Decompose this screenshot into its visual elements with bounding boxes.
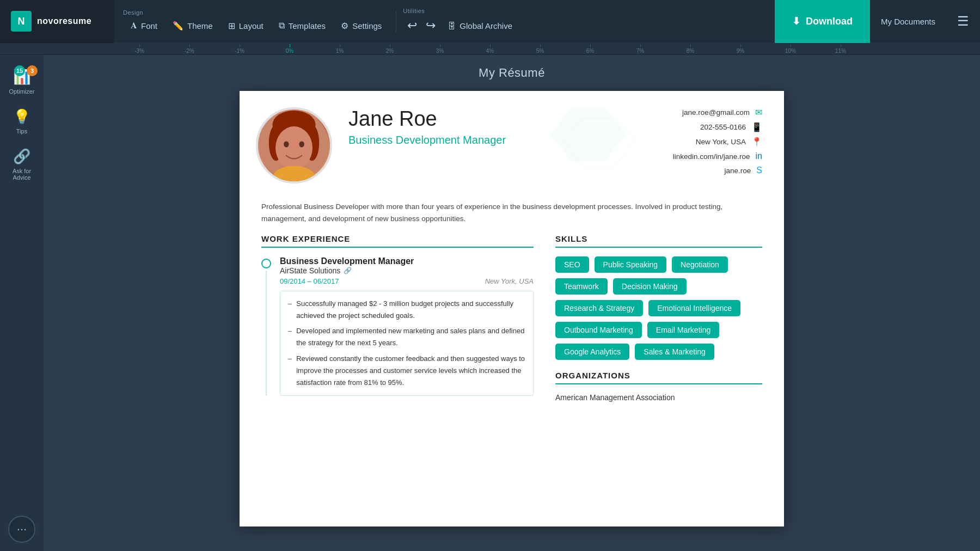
- skill-teamwork: Teamwork: [555, 278, 608, 295]
- layout-label: Layout: [239, 21, 264, 30]
- settings-icon: ⚙: [341, 21, 348, 31]
- sidebar-item-optimizer[interactable]: 15 3 📊 Optimizer: [3, 63, 41, 100]
- ruler-mark: 5%: [515, 44, 565, 54]
- skype-value: jane.roe: [725, 167, 751, 175]
- work-timeline: [261, 256, 271, 396]
- phone-value: 202-555-0166: [700, 123, 746, 131]
- skill-email: Email Marketing: [647, 322, 719, 338]
- bullet-text: Developed and implemented new marketing …: [296, 325, 525, 349]
- settings-label: Settings: [352, 21, 382, 30]
- layout-icon: ⊞: [228, 21, 235, 31]
- theme-nav-item[interactable]: ✏️ Theme: [165, 18, 220, 34]
- ruler-mark: 7%: [615, 44, 665, 54]
- skill-public-speaking: Public Speaking: [595, 256, 666, 273]
- archive-icon: 🗄: [448, 21, 456, 30]
- skill-tags: SEO Public Speaking Negotiation Teamwork…: [555, 256, 762, 360]
- top-navigation: N novoresume Design 𝐀 Font ✏️ Theme ⊞ La…: [0, 0, 980, 43]
- skype-icon: S: [756, 166, 762, 175]
- svg-point-7: [284, 141, 289, 147]
- avatar: [256, 107, 332, 183]
- ruler-mark: 3%: [415, 44, 465, 54]
- location-value: New York, USA: [696, 138, 746, 146]
- chat-icon: ···: [17, 522, 27, 536]
- bullet-3: – Reviewed constantly the customer feedb…: [288, 353, 525, 389]
- chat-button[interactable]: ···: [8, 516, 35, 543]
- tips-icon: 💡: [13, 108, 30, 125]
- theme-label: Theme: [187, 21, 213, 30]
- skill-sales: Sales & Marketing: [635, 344, 714, 360]
- font-nav-item[interactable]: 𝐀 Font: [123, 18, 165, 33]
- nav-groups: Design 𝐀 Font ✏️ Theme ⊞ Layout ⧉ Templa…: [114, 8, 775, 35]
- optimizer-label: Optimizer: [9, 88, 34, 95]
- timeline-line: [266, 271, 267, 396]
- bullet-2: – Developed and implemented new marketin…: [288, 325, 525, 349]
- work-content: Business Development Manager AirState So…: [280, 256, 534, 396]
- skill-negotiation: Negotiation: [672, 256, 728, 273]
- skill-seo: SEO: [555, 256, 589, 273]
- ruler: -3% -2% -1% 0% 1% 2% 3% 4% 5% 6% 7% 8% 9…: [0, 43, 980, 55]
- undo-button[interactable]: ↩: [403, 16, 421, 35]
- company-name: AirState Solutions 🔗: [280, 266, 534, 275]
- resume-contacts: jane.roe@gmail.com ✉ 202-555-0166 📱 New …: [621, 107, 762, 175]
- work-entry: Business Development Manager AirState So…: [261, 256, 534, 396]
- ruler-mark: -2%: [164, 44, 215, 54]
- resume-page-title: My Résumé: [479, 66, 545, 80]
- canvas-area: My Résumé: [44, 55, 980, 551]
- sidebar-item-advice[interactable]: 🔗 Ask for Advice: [3, 143, 41, 186]
- ruler-mark: -1%: [215, 44, 265, 54]
- location-row: New York, USA 📍: [696, 137, 762, 147]
- redo-button[interactable]: ↪: [421, 16, 440, 35]
- skills-section-title: SKILLS: [555, 234, 762, 248]
- ruler-mark: 8%: [665, 44, 715, 54]
- email-value: jane.roe@gmail.com: [682, 108, 750, 117]
- global-archive-button[interactable]: 🗄 Global Archive: [440, 19, 520, 33]
- bullet-dash: –: [288, 298, 292, 322]
- work-dates: 09/2014 – 06/2017 New York, USA: [280, 277, 534, 285]
- ruler-mark: -3%: [114, 44, 164, 54]
- download-button[interactable]: ⬇ Download: [775, 0, 870, 43]
- org-section-title: ORGANIZATIONS: [555, 371, 762, 384]
- advice-label: Ask for Advice: [7, 168, 36, 181]
- badge-teal: 15: [14, 65, 25, 76]
- ruler-mark: 2%: [365, 44, 415, 54]
- ruler-mark: 10%: [765, 44, 816, 54]
- settings-nav-item[interactable]: ⚙ Settings: [333, 18, 389, 34]
- logo-symbol: N: [18, 16, 25, 27]
- linkedin-icon: in: [756, 151, 762, 161]
- badge-group: 15 3: [14, 65, 38, 76]
- linkedin-row: linkedin.com/in/jane.roe in: [673, 151, 762, 161]
- my-documents-button[interactable]: My Documents: [870, 17, 946, 26]
- email-icon: ✉: [755, 107, 762, 118]
- work-bullets: – Successfully managed $2 - 3 million bu…: [280, 291, 534, 396]
- ruler-mark: 4%: [465, 44, 515, 54]
- nav-divider: [396, 10, 396, 32]
- name-title-area: Jane Roe Business Development Manager: [348, 107, 621, 146]
- resume-right-column: SKILLS SEO Public Speaking Negotiation T…: [544, 234, 784, 406]
- resume-left-column: WORK EXPERIENCE Business Development Man…: [240, 234, 544, 406]
- avatar-image: [258, 107, 330, 183]
- work-section-title: WORK EXPERIENCE: [261, 234, 534, 248]
- templates-nav-item[interactable]: ⧉ Templates: [271, 18, 333, 33]
- tips-label: Tips: [16, 128, 27, 134]
- resume-subtitle: Business Development Manager: [348, 134, 621, 146]
- email-row: jane.roe@gmail.com ✉: [682, 107, 762, 118]
- utilities-label: Utilities: [403, 8, 425, 14]
- font-label: Font: [141, 21, 157, 30]
- phone-icon: 📱: [751, 122, 762, 132]
- design-items: 𝐀 Font ✏️ Theme ⊞ Layout ⧉ Templates ⚙: [123, 18, 389, 34]
- ruler-mark: 9%: [715, 44, 765, 54]
- logo-text: novoresume: [37, 16, 91, 26]
- svg-point-8: [299, 141, 304, 147]
- hamburger-button[interactable]: ☰: [946, 14, 980, 29]
- ruler-mark: 6%: [565, 44, 615, 54]
- my-documents-label: My Documents: [881, 17, 935, 26]
- layout-nav-item[interactable]: ⊞ Layout: [220, 18, 271, 34]
- svg-point-6: [275, 126, 313, 169]
- skill-research: Research & Strategy: [555, 300, 643, 316]
- ruler-marks: -3% -2% -1% 0% 1% 2% 3% 4% 5% 6% 7% 8% 9…: [114, 44, 866, 54]
- sidebar-item-tips[interactable]: 💡 Tips: [3, 103, 41, 140]
- work-location: New York, USA: [485, 277, 534, 285]
- org-name: American Management Association: [555, 393, 762, 402]
- skill-outbound: Outbound Marketing: [555, 322, 642, 338]
- templates-icon: ⧉: [279, 21, 285, 30]
